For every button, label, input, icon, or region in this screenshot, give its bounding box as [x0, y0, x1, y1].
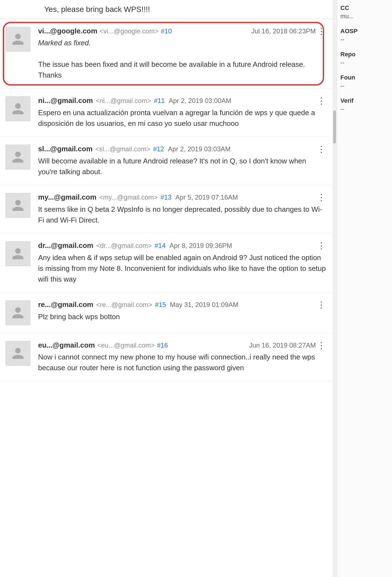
comment-date-14: Apr 8, 2019 09:36PM — [169, 242, 232, 250]
sidebar-section-found: Foun -- — [340, 74, 389, 89]
avatar-14 — [6, 241, 30, 266]
comment-header-11: ni...@gmail.com <ni...@gmail.com> #11 Ap… — [38, 96, 327, 105]
more-options-14[interactable]: ⋮ — [316, 241, 327, 250]
comment-text-14: Any idea when & if wps setup will be ena… — [38, 252, 327, 285]
avatar-16 — [6, 341, 30, 366]
author-email-14: dr...@gmail.com — [38, 241, 93, 250]
author-email-13: my...@gmail.com — [38, 193, 96, 202]
more-options-11[interactable]: ⋮ — [316, 96, 327, 105]
sidebar-section-cc: CC mu... — [340, 4, 389, 20]
comment-line-14: Any idea when & if wps setup will be ena… — [38, 253, 326, 283]
comment-text-15: Plz bring back wps botton — [38, 311, 327, 322]
comment-body-12: sl...@gmail.com <sl...@gmail.com> #12 Ap… — [38, 145, 327, 177]
comment-item-10: vi...@google.com <vi...@google.com> #10 … — [0, 19, 332, 89]
comment-line-13: It seems like in Q beta 2 WpsInfo is no … — [38, 205, 322, 224]
avatar-13 — [6, 193, 30, 218]
comment-num-16: #16 — [157, 342, 168, 349]
comment-item-13: my...@gmail.com <my...@gmail.com> #13 Ap… — [0, 185, 332, 234]
comment-line-16: Now i cannot connect my new phone to my … — [38, 353, 315, 372]
comment-body-15: re...@gmail.com <re...@gmail.com> #15 Ma… — [38, 300, 327, 322]
author-angle-12: <sl...@gmail.com> — [95, 145, 150, 153]
comment-item-11: ni...@gmail.com <ni...@gmail.com> #11 Ap… — [0, 89, 332, 137]
comment-line-12: Will become available in a future Androi… — [38, 157, 306, 176]
comment-item-15: re...@gmail.com <re...@gmail.com> #15 Ma… — [0, 293, 332, 333]
author-angle-14: <dr...@gmail.com> — [96, 242, 152, 250]
sidebar-label-verif: Verif — [340, 97, 389, 104]
comment-text-12: Will become available in a future Androi… — [38, 156, 327, 177]
author-email-16: eu...@gmail.com — [38, 341, 95, 350]
comment-text-10: Marked as fixed. The issue has been fixe… — [38, 38, 316, 81]
comment-num-15: #15 — [155, 301, 166, 309]
comment-list: vi...@google.com <vi...@google.com> #10 … — [0, 19, 332, 381]
scrollbar-thumb[interactable] — [333, 110, 336, 144]
comment-body-13: my...@gmail.com <my...@gmail.com> #13 Ap… — [38, 193, 327, 226]
sidebar-label-aosp: AOSP — [340, 28, 389, 35]
author-email-11: ni...@gmail.com — [38, 96, 93, 105]
avatar-15 — [6, 300, 30, 325]
sidebar-label-found: Foun — [340, 74, 389, 81]
comment-num-10: #10 — [161, 27, 172, 35]
header-right-16: ⋮ — [316, 341, 327, 350]
top-message-text: Yes, please bring back WPS!!!! — [44, 5, 150, 14]
comment-date-11: Apr 2, 2019 03:00AM — [169, 97, 231, 105]
author-email-10: vi...@google.com — [38, 27, 97, 35]
sidebar-value-verif: -- — [340, 105, 389, 113]
comment-line-11: Espero en una actualización pronta vuelv… — [38, 108, 315, 128]
more-options-12[interactable]: ⋮ — [316, 145, 327, 153]
avatar-11 — [6, 96, 30, 121]
more-options-16[interactable]: ⋮ — [316, 341, 327, 350]
comment-header-16: eu...@gmail.com <eu...@gmail.com> #16 Ju… — [38, 341, 316, 350]
comment-line-15: Plz bring back wps botton — [38, 313, 120, 321]
author-angle-10: <vi...@google.com> — [100, 27, 159, 35]
comment-body-10: vi...@google.com <vi...@google.com> #10 … — [38, 27, 316, 81]
comment-line-0-10: Marked as fixed. — [38, 39, 91, 47]
sidebar-value-cc: mu... — [340, 13, 389, 20]
sidebar-section-verif: Verif -- — [340, 97, 389, 113]
comment-body-16: eu...@gmail.com <eu...@gmail.com> #16 Ju… — [38, 341, 316, 373]
comment-num-11: #11 — [154, 97, 165, 105]
more-options-13[interactable]: ⋮ — [316, 193, 327, 202]
author-email-12: sl...@gmail.com — [38, 145, 92, 153]
scrollbar[interactable] — [332, 0, 337, 577]
comment-body-11: ni...@gmail.com <ni...@gmail.com> #11 Ap… — [38, 96, 327, 129]
comment-header-14: dr...@gmail.com <dr...@gmail.com> #14 Ap… — [38, 241, 327, 250]
comment-date-16: Jun 16, 2019 08:27AM — [249, 342, 316, 349]
top-message: Yes, please bring back WPS!!!! — [0, 0, 332, 19]
sidebar-section-repo: Repo -- — [340, 51, 389, 66]
author-email-15: re...@gmail.com — [38, 300, 93, 309]
comment-text-16: Now i cannot connect my new phone to my … — [38, 352, 316, 373]
header-right-10: ⋮ — [316, 27, 327, 36]
comment-line-1-10: The issue has been fixed and it will bec… — [38, 60, 305, 79]
comment-num-13: #13 — [160, 194, 171, 201]
comment-text-11: Espero en una actualización pronta vuelv… — [38, 107, 327, 129]
comment-header-12: sl...@gmail.com <sl...@gmail.com> #12 Ap… — [38, 145, 327, 153]
comment-num-12: #12 — [153, 145, 164, 153]
sidebar-value-repo: -- — [340, 59, 389, 66]
sidebar-value-found: -- — [340, 82, 389, 89]
comment-date-10: Jul 16, 2018 06:23PM — [251, 27, 316, 35]
sidebar-value-aosp: -- — [340, 36, 389, 43]
sidebar-section-aosp: AOSP -- — [340, 28, 389, 43]
author-angle-11: <ni...@gmail.com> — [96, 97, 151, 105]
avatar-12 — [6, 145, 30, 170]
comment-item-16: eu...@gmail.com <eu...@gmail.com> #16 Ju… — [0, 333, 332, 381]
comment-body-14: dr...@gmail.com <dr...@gmail.com> #14 Ap… — [38, 241, 327, 285]
comment-text-13: It seems like in Q beta 2 WpsInfo is no … — [38, 204, 327, 226]
comment-date-15: May 31, 2019 01:09AM — [170, 301, 238, 309]
author-angle-13: <my...@gmail.com> — [99, 194, 158, 201]
comment-date-12: Apr 2, 2019 03:03AM — [168, 145, 231, 153]
author-angle-16: <eu...@gmail.com> — [97, 342, 155, 349]
comment-header-13: my...@gmail.com <my...@gmail.com> #13 Ap… — [38, 193, 327, 202]
sidebar-label-repo: Repo — [340, 51, 389, 58]
sidebar-label-cc: CC — [340, 4, 389, 12]
avatar-10 — [6, 27, 30, 52]
more-options-10[interactable]: ⋮ — [316, 27, 327, 36]
comment-date-13: Apr 5, 2019 07:16AM — [175, 194, 238, 201]
more-options-15[interactable]: ⋮ — [316, 300, 327, 309]
comment-num-14: #14 — [155, 242, 166, 250]
comment-item-14: dr...@gmail.com <dr...@gmail.com> #14 Ap… — [0, 234, 332, 293]
comment-header-15: re...@gmail.com <re...@gmail.com> #15 Ma… — [38, 300, 327, 309]
comment-item-12: sl...@gmail.com <sl...@gmail.com> #12 Ap… — [0, 137, 332, 185]
comment-header-10: vi...@google.com <vi...@google.com> #10 … — [38, 27, 316, 35]
author-angle-15: <re...@gmail.com> — [96, 301, 152, 309]
